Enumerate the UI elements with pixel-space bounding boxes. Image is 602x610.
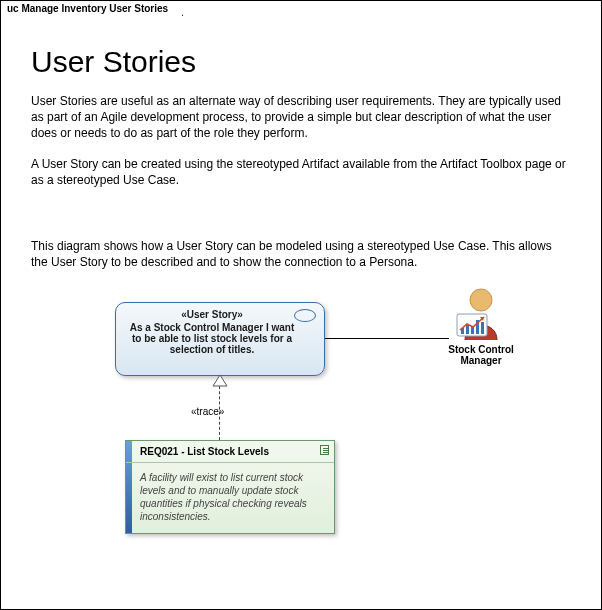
- usecase-oval-icon: [294, 309, 316, 322]
- diagram-frame: uc Manage Inventory User Stories User St…: [0, 0, 602, 610]
- actor-label: Stock Control Manager: [441, 344, 521, 366]
- association-connector: [325, 338, 449, 339]
- requirement-element[interactable]: REQ021 - List Stock Levels A facility wi…: [125, 440, 335, 534]
- svg-point-0: [470, 289, 492, 311]
- svg-rect-6: [481, 322, 484, 334]
- spacer: [31, 202, 571, 238]
- usecase-stereotype: «User Story»: [126, 309, 298, 320]
- trace-arrowhead-icon: [212, 375, 228, 387]
- requirement-title: REQ021 - List Stock Levels: [140, 446, 269, 457]
- uml-diagram: «User Story» As a Stock Control Manager …: [31, 284, 571, 574]
- intro-paragraph-1: User Stories are useful as an alternate …: [31, 93, 571, 142]
- persona-icon: [451, 284, 511, 342]
- intro-paragraph-2: A User Story can be created using the st…: [31, 156, 571, 188]
- note-icon: [320, 445, 329, 455]
- svg-marker-8: [213, 375, 227, 386]
- requirement-header: REQ021 - List Stock Levels: [126, 441, 334, 463]
- frame-tab: uc Manage Inventory User Stories: [0, 0, 183, 16]
- actor-persona[interactable]: Stock Control Manager: [441, 284, 521, 366]
- trace-stereotype-label: «trace»: [191, 406, 224, 417]
- intro-paragraph-3: This diagram shows how a User Story can …: [31, 238, 571, 270]
- usecase-text: As a Stock Control Manager I want to be …: [130, 322, 294, 355]
- user-story-usecase[interactable]: «User Story» As a Stock Control Manager …: [115, 302, 325, 376]
- requirement-body: A facility will exist to list current st…: [126, 463, 334, 533]
- content-area: User Stories User Stories are useful as …: [1, 1, 601, 584]
- page-title: User Stories: [31, 45, 571, 79]
